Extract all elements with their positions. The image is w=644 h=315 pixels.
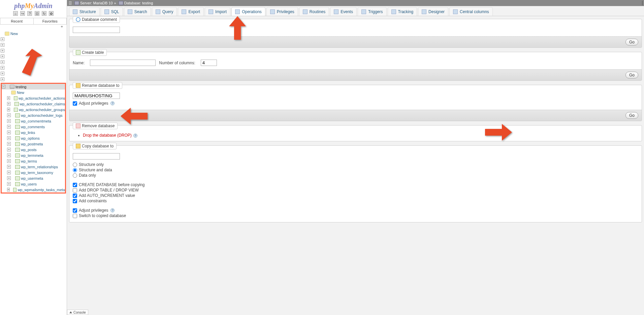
tab-designer[interactable]: Designer (418, 7, 448, 16)
tree-table[interactable]: +wp_term_relationships (2, 164, 65, 170)
sql-icon[interactable]: ⊡ (35, 11, 39, 16)
pencil-icon (76, 144, 80, 148)
panel-remove-database: Remove database Drop the database (DROP)… (69, 125, 642, 141)
tab-central[interactable]: Central columns (449, 7, 493, 16)
copy-db-input[interactable] (73, 153, 120, 160)
radio-structure-only[interactable] (73, 163, 77, 167)
help-icon[interactable]: ? (110, 208, 115, 212)
export-icon (182, 9, 186, 14)
breadcrumb-server[interactable]: Server: MariaDB 10 (80, 1, 113, 5)
routines-icon (303, 9, 308, 14)
logout-icon[interactable]: ↪ (20, 11, 25, 16)
tree-collapsed-db[interactable]: + (1, 71, 66, 76)
go-button-create[interactable]: Go (625, 72, 638, 78)
tree-table[interactable]: +wp_posts (2, 147, 65, 152)
structure-icon (73, 9, 77, 14)
tree-new-db[interactable]: New (1, 31, 66, 36)
tree-table[interactable]: +wp_links (2, 130, 65, 135)
tree-collapsed-db[interactable]: + (1, 48, 66, 54)
tree-collapsed-db[interactable]: + (1, 36, 66, 42)
triggers-icon (361, 9, 366, 14)
tab-structure[interactable]: Structure (69, 7, 100, 16)
breadcrumb-database[interactable]: Database: testing (124, 1, 153, 5)
tree-table[interactable]: +wp_users (2, 181, 65, 187)
tree-table[interactable]: +wp_actionscheduler_logs (2, 112, 65, 118)
docs-icon[interactable]: ? (27, 11, 32, 16)
tree-collapsed-db[interactable]: + (1, 42, 66, 48)
tab-tracking[interactable]: Tracking (388, 7, 417, 16)
table-icon (15, 182, 20, 186)
recent-tab[interactable]: Recent (0, 18, 34, 24)
tab-operations[interactable]: Operations (231, 7, 265, 16)
help-icon[interactable]: ? (133, 134, 137, 138)
console-toggle-icon (69, 311, 72, 313)
table-icon (15, 171, 20, 175)
table-icon (14, 102, 19, 106)
search-icon (128, 9, 132, 14)
db-comment-input[interactable] (73, 27, 120, 33)
tab-sql[interactable]: SQL (101, 7, 123, 16)
tree-table[interactable]: +wp_wpmailsmtp_tasks_meta (2, 187, 65, 193)
phpmyadmin-logo: phpMyAdmin (0, 0, 67, 10)
tree-table[interactable]: +wp_terms (2, 158, 65, 164)
tab-routines[interactable]: Routines (299, 7, 329, 16)
radio-structure-data[interactable] (73, 168, 77, 172)
cb-adjust-priv[interactable] (73, 208, 77, 213)
tab-export[interactable]: Export (178, 7, 204, 16)
sidebar: phpMyAdmin ⌂ ↪ ? ⊡ ↻ ✿ Recent Favorites … (0, 0, 67, 315)
tree-db-testing[interactable]: − testing (2, 84, 65, 90)
link-icon[interactable]: ⚭ (60, 25, 63, 29)
tree-collapsed-db[interactable]: + (1, 54, 66, 59)
tab-triggers[interactable]: Triggers (358, 7, 387, 16)
radio-data-only[interactable] (73, 173, 77, 178)
tree-collapsed-db[interactable]: + (1, 65, 66, 71)
main-area: ← Server: MariaDB 10 » Database: testing… (67, 0, 644, 315)
tab-events[interactable]: Events (330, 7, 357, 16)
home-icon[interactable]: ⌂ (13, 11, 18, 16)
tab-search[interactable]: Search (124, 7, 151, 16)
tree-table[interactable]: +wp_comments (2, 124, 65, 130)
rename-input[interactable] (73, 93, 120, 99)
create-name-input[interactable] (90, 60, 156, 66)
drop-database-link[interactable]: Drop the database (DROP) (83, 133, 132, 138)
panel-create-table: Create table Name: Number of columns: Go (69, 52, 642, 81)
cb-drop[interactable] (73, 188, 77, 193)
tree-table[interactable]: +wp_postmeta (2, 141, 65, 147)
tree-collapsed-db[interactable]: + (1, 76, 66, 82)
server-icon (74, 1, 79, 5)
tree-table[interactable]: +wp_termmeta (2, 152, 65, 158)
table-icon (15, 119, 20, 123)
gear-icon[interactable]: ✿ (49, 11, 54, 16)
page-settings-icon[interactable] (642, 1, 643, 5)
favorites-tab[interactable]: Favorites (34, 18, 67, 24)
collapse-nav-icon[interactable]: ← (68, 1, 72, 5)
table-icon (14, 108, 18, 112)
tree-table[interactable]: +wp_options (2, 135, 65, 141)
annotation-highlight-box: − testing New +wp_actionscheduler_action… (1, 83, 66, 194)
cb-autoinc[interactable] (73, 194, 77, 198)
go-button-comment[interactable]: Go (625, 39, 638, 45)
cb-constraints[interactable] (73, 199, 77, 203)
create-columns-input[interactable] (201, 60, 217, 66)
console-bar[interactable]: Console (67, 310, 88, 315)
tree-table[interactable]: +wp_actionscheduler_claims (2, 101, 65, 107)
tree-table[interactable]: +wp_commentmeta (2, 118, 65, 124)
reload-icon[interactable]: ↻ (42, 11, 46, 16)
help-icon[interactable]: ? (110, 101, 115, 105)
tree-table[interactable]: +wp_actionscheduler_actions (2, 95, 65, 101)
cb-switch[interactable] (73, 214, 77, 218)
create-table-icon (76, 50, 80, 55)
go-button-rename[interactable]: Go (625, 112, 638, 119)
tab-query[interactable]: Query (152, 7, 177, 16)
tree-table[interactable]: +wp_usermeta (2, 175, 65, 181)
tree-table[interactable]: +wp_term_taxonomy (2, 170, 65, 175)
tree-collapsed-db[interactable]: + (1, 59, 66, 65)
tab-import[interactable]: Import (205, 7, 230, 16)
table-icon (15, 125, 20, 129)
tree-table[interactable]: +wp_actionscheduler_groups (2, 107, 65, 112)
tab-privileges[interactable]: Privileges (266, 7, 298, 16)
adjust-privileges-checkbox[interactable] (73, 101, 77, 106)
cb-create-before[interactable] (73, 183, 77, 187)
operations-icon (235, 9, 240, 14)
tree-new-table[interactable]: New (2, 90, 65, 95)
